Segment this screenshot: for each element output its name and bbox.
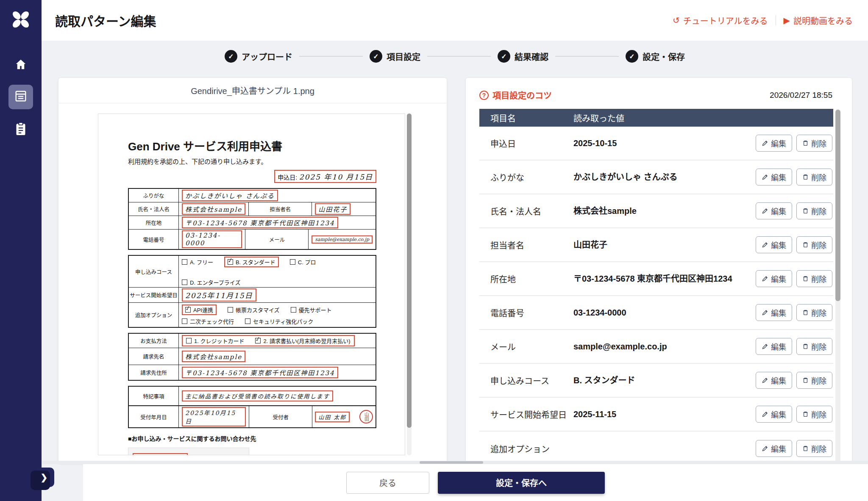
detected-field-email[interactable]: sample@example.co.jp [312,235,373,244]
sidebar-item-patterns[interactable] [8,85,33,109]
table-row: 氏名・法人名 株式会社sample 編集 削除 [479,194,833,228]
detected-field-course-b[interactable]: B. スタンダード [224,257,279,267]
step-save[interactable]: ✓ 設定・保存 [626,50,685,63]
checkbox-option-custom-forms[interactable]: 帳票カスタマイズ [228,306,280,314]
page-header: 読取パターン編集 ↺ チュートリアルをみる ▶ 説明動画をみる [42,0,868,41]
detected-field-receipt-date[interactable]: 2025年10月15日 [182,407,246,426]
detected-field-payment[interactable]: 1. クレジットカード 2. 請求書払い(月末締め翌月末払い) [182,335,355,346]
form-list-icon [14,90,27,104]
detected-field-application-date[interactable]: 申込日: 2025 年10 月15日 [274,170,376,183]
home-icon [14,58,27,72]
check-icon: ✓ [626,50,638,63]
detected-field-furigana[interactable]: かぶしきがいしゃ さんぷる [182,190,278,201]
form-section-course: 申し込みコース A. フリー B. スタンダード C. プロ D. エンタープラ… [128,255,376,328]
back-button[interactable]: 戻る [346,472,429,494]
delete-button[interactable]: 削除 [796,202,832,219]
save-settings-button[interactable]: 設定・保存へ [438,472,605,494]
table-row: 申込日 2025-10-15 編集 削除 [479,127,833,161]
document-scrollbar[interactable] [407,113,412,455]
delete-button[interactable]: 削除 [796,338,832,355]
tutorial-link[interactable]: ↺ チュートリアルをみる [673,14,768,27]
detected-field-start-date[interactable]: 2025年11月15日 [182,288,256,302]
check-icon: ✓ [225,50,237,63]
checkbox-course-c[interactable]: C. プロ [290,258,316,266]
edit-button[interactable]: 編集 [756,135,792,152]
edit-button[interactable]: 編集 [756,236,792,253]
form-section-identity: ふりがな かぶしきがいしゃ さんぷる 氏名・法人名 株式会社sample 担当者… [128,188,376,250]
detected-field-receiver[interactable]: 山田 太郎 [315,412,350,422]
checkbox-option-second-check[interactable]: 二次チェック代行 [182,317,234,325]
edit-button[interactable]: 編集 [756,202,792,219]
clipboard-icon [15,122,27,138]
field-tips-link[interactable]: ? 項目設定のコツ [479,89,552,101]
edit-button[interactable]: 編集 [756,270,792,287]
edit-button[interactable]: 編集 [756,440,792,457]
horizontal-scrollbar-thumb[interactable] [420,461,483,464]
checkbox-option-priority-support[interactable]: 優先サポート [291,306,332,314]
app-logo-flower-icon [10,8,32,30]
stepper-connector [555,56,619,57]
detected-field-vendor-company[interactable]: 株式会社Hi-STORY [133,453,188,455]
help-icon: ? [479,91,489,100]
replay-icon: ↺ [673,15,680,25]
hanko-stamp: 山田 [359,410,373,423]
checkbox-option-security-pack[interactable]: セキュリティ強化パック [245,317,313,325]
scanned-document-page: Gen Drive サービス利用申込書 利用規約を承認の上、下記の通り申し込みま… [98,113,405,455]
detected-field-company-name[interactable]: 株式会社sample [182,203,245,215]
header-divider [776,15,776,25]
detected-field-notes[interactable]: 主に納品書および受領書の読み取りに使用します [182,390,333,401]
table-row: 担当者名 山田花子 編集 削除 [479,228,833,262]
video-link[interactable]: ▶ 説明動画をみる [784,14,853,27]
detected-field-bill-address[interactable]: 〒03-1234-5678 東京都千代田区神田1234 [182,367,338,378]
contact-heading: ■お申し込み・サービスに関するお問い合わせ先 [128,434,376,443]
edit-button[interactable]: 編集 [756,406,792,423]
results-scrollbar-thumb[interactable] [835,110,840,301]
delete-button[interactable]: 削除 [796,270,832,287]
document-preview-panel: Gendirive_申込書サンプル 1.png Gen Drive サービス利用… [58,78,447,464]
page-title: 読取パターン編集 [55,11,156,30]
delete-button[interactable]: 削除 [796,304,832,321]
delete-button[interactable]: 削除 [796,236,832,253]
results-scrollbar[interactable] [835,109,840,464]
delete-button[interactable]: 削除 [796,372,832,389]
horizontal-scrollbar[interactable] [42,461,868,464]
form-subtitle: 利用規約を承認の上、下記の通り申し込みます。 [128,157,376,166]
document-filename: Gendirive_申込書サンプル 1.png [58,78,447,103]
table-row: サービス開始希望日 2025-11-15 編集 削除 [479,398,833,432]
step-review[interactable]: ✓ 結果確認 [498,50,548,63]
delete-button[interactable]: 削除 [796,440,832,457]
document-scrollbar-thumb[interactable] [407,113,412,428]
results-table: 項目名 読み取った値 申込日 2025-10-15 編集 削除 ふりがな かぶし… [479,109,833,464]
detected-field-option-api[interactable]: API連携 [182,304,217,315]
step-upload[interactable]: ✓ アップロード [225,50,292,63]
sidebar-item-tasks[interactable] [8,120,33,139]
document-preview-body: Gen Drive サービス利用申込書 利用規約を承認の上、下記の通り申し込みま… [58,103,447,464]
detected-field-phone[interactable]: 03-1234-0000 [182,230,242,248]
detected-field-bill-name[interactable]: 株式会社sample [182,351,245,362]
results-table-header: 項目名 読み取った値 [479,109,833,127]
table-row: メール sample@example.co.jp 編集 削除 [479,330,833,364]
edit-button[interactable]: 編集 [756,169,792,185]
play-icon: ▶ [784,15,790,25]
detected-field-person-name[interactable]: 山田花子 [315,203,351,215]
step-fields[interactable]: ✓ 項目設定 [370,50,420,63]
detected-field-address[interactable]: 〒03-1234-5678 東京都千代田区神田1234 [182,217,338,228]
table-row: 申し込みコース B. スタンダード 編集 削除 [479,364,833,398]
table-row: 所在地 〒03-1234-5678 東京都千代田区神田1234 編集 削除 [479,262,833,296]
checkbox-course-d[interactable]: D. エンタープライズ [182,278,240,286]
delete-button[interactable]: 削除 [796,169,832,185]
edit-button[interactable]: 編集 [756,372,792,389]
checkbox-course-a[interactable]: A. フリー [182,258,213,266]
checkbox-payment-invoice[interactable]: 2. 請求書払い(月末締め翌月末払い) [255,337,350,345]
checkbox-payment-card[interactable]: 1. クレジットカード [186,337,244,345]
table-row: 追加オプション 編集 削除 [479,432,833,464]
delete-button[interactable]: 削除 [796,135,832,152]
app-root: 読取パターン編集 ↺ チュートリアルをみる ▶ 説明動画をみる ✓ アップロード… [0,0,868,501]
sidebar-expand-button[interactable]: ❯ [34,468,54,487]
stepper: ✓ アップロード ✓ 項目設定 ✓ 結果確認 ✓ 設定・保存 [42,50,868,63]
edit-button[interactable]: 編集 [756,304,792,321]
delete-button[interactable]: 削除 [796,406,832,423]
sidebar-item-home[interactable] [8,57,33,74]
edit-button[interactable]: 編集 [756,338,792,355]
header-links: ↺ チュートリアルをみる ▶ 説明動画をみる [673,14,853,27]
